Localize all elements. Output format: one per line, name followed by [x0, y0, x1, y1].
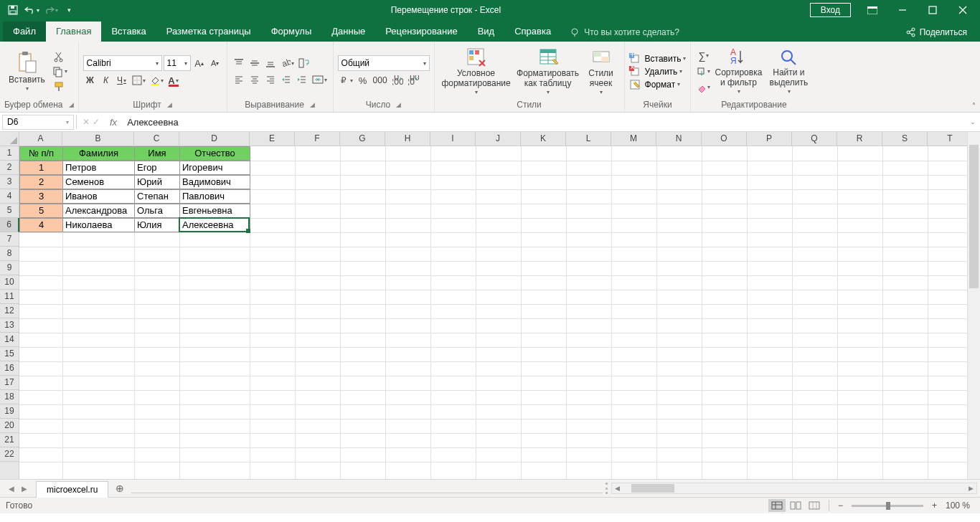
font-name-combo[interactable]: Calibri▾ — [83, 55, 162, 71]
zoom-level[interactable]: 100 % — [941, 500, 974, 511]
row-header[interactable]: 5 — [0, 204, 19, 218]
number-launcher-icon[interactable]: ◢ — [396, 101, 401, 108]
zoom-out-icon[interactable]: − — [835, 500, 846, 511]
accounting-format-icon[interactable]: ₽▾ — [338, 73, 354, 87]
tab-formulas[interactable]: Формулы — [261, 22, 322, 42]
cell[interactable]: Александрова — [62, 204, 135, 218]
vscroll-thumb[interactable] — [969, 145, 979, 288]
tab-view[interactable]: Вид — [468, 22, 505, 42]
percent-format-icon[interactable]: % — [356, 73, 370, 87]
row-header[interactable]: 10 — [0, 275, 19, 290]
cancel-formula-icon[interactable]: ✕ — [83, 117, 90, 127]
borders-icon[interactable]: ▾ — [131, 73, 147, 87]
add-sheet-icon[interactable]: ⊕ — [108, 480, 131, 497]
find-select-button[interactable]: Найти и выделить▾ — [765, 47, 812, 96]
cell[interactable]: Алексеевна — [179, 218, 250, 232]
tab-review[interactable]: Рецензирование — [375, 22, 467, 42]
cell[interactable]: Юлия — [134, 218, 180, 232]
cell[interactable]: Имя — [134, 146, 180, 161]
cell[interactable]: 2 — [19, 175, 63, 189]
align-launcher-icon[interactable]: ◢ — [310, 101, 315, 108]
font-color-icon[interactable]: А▾ — [166, 73, 181, 87]
cell[interactable]: № п/п — [19, 146, 63, 161]
row-header[interactable]: 13 — [0, 318, 19, 333]
column-header[interactable]: B — [62, 132, 134, 146]
copy-icon[interactable]: ▾ — [51, 65, 69, 79]
formula-input[interactable]: Алексеевна — [121, 117, 966, 128]
name-box[interactable]: D6▾ — [2, 115, 74, 130]
column-header[interactable]: D — [179, 132, 250, 146]
row-header[interactable]: 14 — [0, 333, 19, 347]
number-format-combo[interactable]: Общий▾ — [338, 55, 430, 71]
enter-formula-icon[interactable]: ✓ — [93, 117, 100, 127]
page-break-view-icon[interactable] — [806, 499, 823, 512]
increase-indent-icon[interactable] — [295, 72, 309, 87]
tab-insert[interactable]: Вставка — [101, 22, 156, 42]
increase-font-icon[interactable]: A▴ — [192, 56, 207, 70]
hscroll-splitter[interactable] — [606, 483, 608, 494]
wrap-text-icon[interactable] — [297, 56, 311, 70]
column-header[interactable]: R — [837, 132, 882, 146]
column-header[interactable]: Q — [792, 132, 837, 146]
column-header[interactable]: F — [295, 132, 340, 146]
customize-qat-icon[interactable]: ▾ — [60, 2, 77, 18]
sort-filter-button[interactable]: АЯ Сортировка и фильтр▾ — [713, 47, 763, 96]
hscroll-right-icon[interactable]: ▶ — [966, 485, 976, 492]
row-header[interactable]: 9 — [0, 261, 19, 275]
sheet-tab[interactable]: microexcel.ru — [36, 481, 108, 498]
row-header[interactable]: 6 — [0, 218, 19, 232]
ribbon-display-icon[interactable] — [858, 0, 887, 20]
tab-layout[interactable]: Разметка страницы — [156, 22, 261, 42]
column-header[interactable]: P — [747, 132, 792, 146]
column-header[interactable]: M — [611, 132, 656, 146]
row-header[interactable]: 15 — [0, 347, 19, 361]
column-header[interactable]: G — [340, 132, 385, 146]
cell[interactable]: Николаева — [62, 218, 135, 232]
format-painter-icon[interactable] — [51, 80, 69, 94]
underline-button[interactable]: Ч▾ — [115, 73, 129, 87]
hscroll-left-icon[interactable]: ◀ — [612, 485, 623, 492]
row-header[interactable]: 20 — [0, 419, 19, 433]
column-header[interactable]: L — [566, 132, 611, 146]
cell[interactable]: Егор — [134, 161, 180, 175]
maximize-icon[interactable] — [918, 0, 947, 20]
row-header[interactable]: 16 — [0, 361, 19, 376]
select-all-corner[interactable] — [0, 132, 19, 146]
tab-help[interactable]: Справка — [504, 22, 561, 42]
column-header[interactable]: S — [882, 132, 928, 146]
fx-icon[interactable]: fx — [105, 117, 121, 128]
normal-view-icon[interactable] — [768, 499, 786, 512]
row-header[interactable]: 4 — [0, 189, 19, 204]
column-header[interactable]: T — [928, 132, 973, 146]
cells-area[interactable]: № п/пФамилияИмяОтчество1ПетровЕгорИгорев… — [19, 146, 967, 479]
orientation-icon[interactable]: ab▾ — [279, 56, 296, 70]
redo-icon[interactable]: ▾ — [42, 2, 59, 18]
row-header[interactable]: 11 — [0, 290, 19, 304]
expand-formula-bar-icon[interactable]: ⌄ — [966, 118, 980, 125]
cell[interactable]: Иванов — [62, 189, 135, 204]
column-header[interactable]: I — [430, 132, 476, 146]
paste-button[interactable]: Вставить▾ — [4, 49, 50, 93]
align-center-icon[interactable] — [248, 72, 262, 87]
minimize-icon[interactable] — [888, 0, 917, 20]
italic-button[interactable]: К — [99, 73, 113, 87]
row-header[interactable]: 1 — [0, 146, 19, 161]
row-header[interactable]: 22 — [0, 447, 19, 462]
delete-cells-button[interactable]: ×Удалить▾ — [629, 66, 687, 77]
autosum-icon[interactable]: ∑▾ — [695, 49, 712, 63]
tell-me-search[interactable]: Что вы хотите сделать? — [561, 23, 688, 42]
clipboard-launcher-icon[interactable]: ◢ — [69, 101, 74, 108]
decrease-decimal-icon[interactable]: ,00,0 — [406, 73, 420, 87]
cell[interactable]: Вадимович — [179, 175, 250, 189]
format-cells-button[interactable]: Формат▾ — [629, 79, 687, 90]
align-right-icon[interactable] — [263, 72, 278, 87]
font-launcher-icon[interactable]: ◢ — [167, 101, 172, 108]
align-top-icon[interactable] — [232, 56, 246, 70]
collapse-ribbon-icon[interactable]: ˄ — [972, 102, 976, 110]
decrease-font-icon[interactable]: A▾ — [208, 56, 222, 70]
cell-styles-button[interactable]: Стили ячеек▾ — [583, 46, 620, 97]
column-header[interactable]: N — [656, 132, 702, 146]
save-icon[interactable] — [4, 2, 22, 18]
bold-button[interactable]: Ж — [83, 73, 98, 87]
cell[interactable]: Юрий — [134, 175, 180, 189]
